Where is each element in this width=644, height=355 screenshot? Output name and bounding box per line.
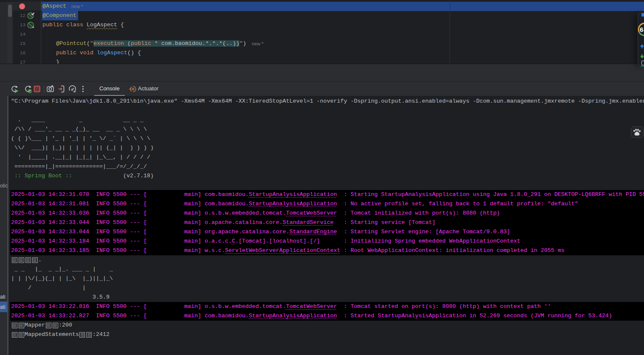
svg-text:6: 6 — [640, 26, 644, 33]
